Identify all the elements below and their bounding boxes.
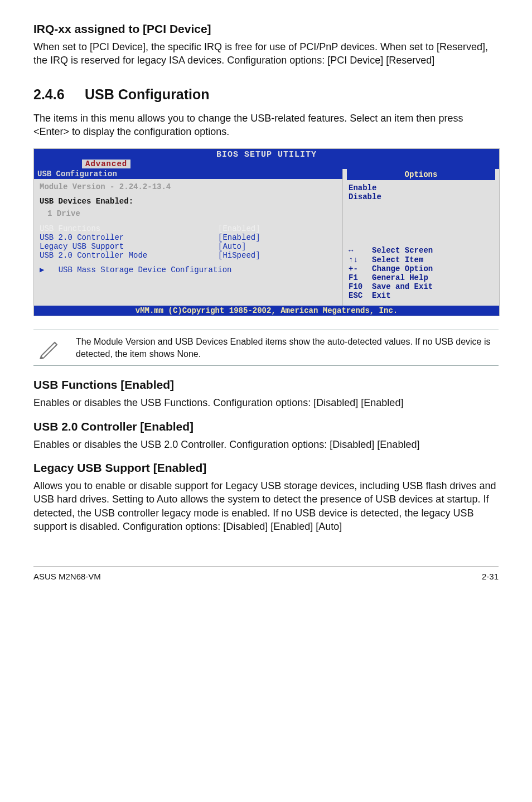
bios-module-version: Module Version - 2.24.2-13.4: [40, 182, 337, 191]
usb20-title: USB 2.0 Controller [Enabled]: [33, 420, 499, 433]
bios-row-value: [Auto]: [218, 242, 246, 251]
bios-control-label: Select Screen: [372, 246, 433, 255]
usb-functions-body: Enables or disables the USB Functions. C…: [33, 396, 499, 409]
irq-title: IRQ-xx assigned to [PCI Device]: [33, 22, 499, 36]
bios-options-title: Options: [347, 169, 495, 180]
page-footer: ASUS M2N68-VM 2-31: [33, 567, 499, 581]
bios-row-usb-functions[interactable]: USB Functions [Enabled]: [40, 224, 337, 233]
chapter-number: 2.4.6: [33, 86, 85, 103]
bios-devices-value: 1 Drive: [40, 209, 337, 218]
bios-left-pane: USB Configuration Module Version - 2.24.…: [34, 169, 343, 306]
key-esc-icon: ESC: [349, 291, 372, 300]
note-box: The Module Version and USB Devices Enabl…: [33, 330, 499, 366]
bios-control-label: Change Option: [372, 264, 433, 273]
bios-option-disable[interactable]: Disable: [349, 192, 494, 201]
bios-row-label: Legacy USB Support: [40, 242, 218, 251]
bios-panel-title: USB Configuration: [34, 169, 342, 179]
triangle-right-icon: ▶: [40, 265, 44, 274]
pencil-icon: [37, 337, 61, 359]
bios-row-value: [Enabled]: [218, 224, 260, 233]
chapter-intro: The items in this menu allows you to cha…: [33, 112, 499, 139]
bios-control-change-option: +- Change Option: [349, 264, 494, 273]
bios-control-save-exit: F10 Save and Exit: [349, 282, 494, 291]
bios-option-enable[interactable]: Enable: [349, 183, 494, 192]
arrows-lr-icon: ↔: [349, 246, 372, 255]
key-f1-icon: F1: [349, 273, 372, 282]
bios-row-label: USB 2.0 Controller: [40, 233, 218, 242]
note-text: The Module Version and USB Devices Enabl…: [76, 336, 495, 360]
bios-tab-advanced[interactable]: Advanced: [82, 160, 130, 168]
footer-right: 2-31: [482, 572, 499, 581]
bios-tab-row: Advanced: [34, 160, 532, 169]
bios-body: USB Configuration Module Version - 2.24.…: [34, 169, 499, 306]
bios-row-legacy-usb[interactable]: Legacy USB Support [Auto]: [40, 242, 337, 251]
bios-panel: BIOS SETUP UTILITY Advanced USB Configur…: [33, 148, 500, 316]
bios-devices-header: USB Devices Enabled:: [40, 197, 337, 206]
usb-functions-title: USB Functions [Enabled]: [33, 378, 499, 392]
usb20-body: Enables or disables the USB 2.0 Controll…: [33, 438, 499, 451]
bios-copyright: vMM.mm (C)Copyright 1985-2002, American …: [34, 306, 499, 316]
bios-right-pane: Options Enable Disable ↔ Select Screen ↑…: [343, 169, 499, 306]
bios-control-select-screen: ↔ Select Screen: [349, 246, 494, 255]
chapter-title: USB Configuration: [85, 86, 210, 102]
bios-control-label: Save and Exit: [372, 282, 433, 291]
plus-minus-icon: +-: [349, 264, 372, 273]
bios-row-label: USB Functions: [40, 224, 218, 233]
bios-submenu-label: USB Mass Storage Device Configuration: [59, 265, 232, 274]
legacy-body: Allows you to enable or disable support …: [33, 479, 499, 533]
irq-body: When set to [PCI Device], the specific I…: [33, 40, 499, 67]
bios-row-usb20-controller[interactable]: USB 2.0 Controller [Enabled]: [40, 233, 337, 242]
bios-row-value: [Enabled]: [218, 233, 260, 242]
bios-row-label: USB 2.0 Controller Mode: [40, 251, 218, 260]
bios-control-label: Select Item: [372, 255, 423, 264]
key-f10-icon: F10: [349, 282, 372, 291]
bios-control-label: General Help: [372, 273, 428, 282]
bios-row-usb20-mode[interactable]: USB 2.0 Controller Mode [HiSpeed]: [40, 251, 337, 260]
bios-control-general-help: F1 General Help: [349, 273, 494, 282]
bios-row-value: [HiSpeed]: [218, 251, 260, 260]
bios-header-title: BIOS SETUP UTILITY: [216, 150, 317, 160]
arrows-ud-icon: ↑↓: [349, 255, 372, 264]
bios-control-label: Exit: [372, 291, 391, 300]
chapter-heading: 2.4.6USB Configuration: [33, 86, 499, 103]
footer-left: ASUS M2N68-VM: [33, 572, 101, 581]
legacy-title: Legacy USB Support [Enabled]: [33, 461, 499, 475]
bios-control-exit: ESC Exit: [349, 291, 494, 300]
bios-header: BIOS SETUP UTILITY Advanced: [34, 149, 499, 169]
bios-control-select-item: ↑↓ Select Item: [349, 255, 494, 264]
bios-submenu[interactable]: ▶ USB Mass Storage Device Configuration: [40, 265, 337, 274]
